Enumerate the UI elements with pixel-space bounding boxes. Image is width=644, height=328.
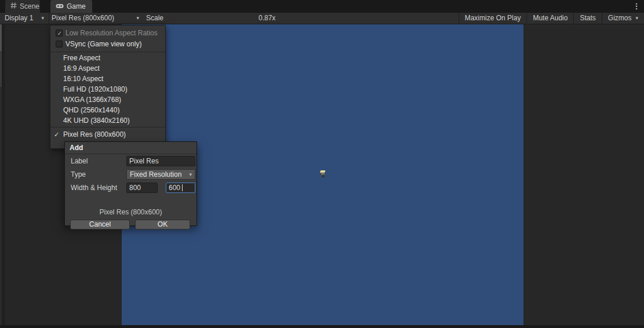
cancel-button[interactable]: Cancel bbox=[70, 220, 130, 229]
toolbar-right-group: Maximize On Play Mute Audio Stats Gizmos… bbox=[459, 13, 644, 24]
menu-item-label: VSync (Game view only) bbox=[66, 39, 141, 49]
maximize-on-play-label: Maximize On Play bbox=[465, 13, 521, 24]
menu-item-label: Full HD (1920x1080) bbox=[63, 84, 128, 94]
menu-item-vsync[interactable]: VSync (Game view only) bbox=[50, 39, 165, 49]
player-sprite bbox=[319, 170, 326, 180]
gizmos-label: Gizmos bbox=[608, 13, 632, 24]
type-select[interactable]: Fixed Resolution ▾ bbox=[126, 169, 195, 180]
type-select-value: Fixed Resolution bbox=[130, 170, 181, 178]
panel-menu-icon[interactable]: ⋮ bbox=[632, 1, 641, 12]
mute-audio-label: Mute Audio bbox=[533, 13, 567, 24]
menu-item-full-hd[interactable]: Full HD (1920x1080) bbox=[50, 84, 165, 94]
stats-button[interactable]: Stats bbox=[573, 13, 601, 24]
chevron-down-icon: ▾ bbox=[189, 170, 192, 179]
chevron-down-icon: ▾ bbox=[41, 13, 44, 24]
scale-label: Scale bbox=[146, 13, 163, 24]
checkmark-icon: ✓ bbox=[54, 129, 59, 140]
menu-separator bbox=[50, 52, 165, 52]
menu-item-label: Free Aspect bbox=[63, 53, 100, 63]
scene-grid-icon bbox=[10, 2, 17, 10]
label-input[interactable] bbox=[126, 156, 195, 166]
resolution-preview: Pixel Res (800x600) bbox=[65, 208, 197, 216]
tab-scene-label: Scene bbox=[20, 2, 39, 10]
display-dropdown[interactable]: Display 1 ▾ bbox=[0, 13, 49, 24]
tab-game[interactable]: Game bbox=[50, 0, 92, 13]
checkbox-checked-icon[interactable]: ✓ bbox=[56, 30, 63, 37]
tab-game-label: Game bbox=[67, 2, 86, 10]
menu-item-free-aspect[interactable]: Free Aspect bbox=[50, 53, 165, 63]
menu-item-qhd[interactable]: QHD (2560x1440) bbox=[50, 105, 165, 115]
tab-bar: Scene Game ⋮ bbox=[0, 0, 644, 13]
menu-item-wxga[interactable]: WXGA (1366x768) bbox=[50, 94, 165, 105]
window-bottom-edge bbox=[0, 325, 644, 328]
gamepad-icon bbox=[56, 2, 64, 10]
add-resolution-dialog: Add Label Type Fixed Resolution ▾ Width … bbox=[64, 141, 197, 226]
menu-item-label: 16:10 Aspect bbox=[63, 74, 103, 84]
size-field-label: Width & Height bbox=[71, 183, 117, 193]
menu-separator bbox=[50, 127, 165, 127]
menu-item-label: QHD (2560x1440) bbox=[63, 105, 119, 115]
menu-item-label: 16:9 Aspect bbox=[63, 63, 100, 74]
aspect-ratio-menu: ✓ Low Resolution Aspect Ratios VSync (Ga… bbox=[50, 25, 166, 149]
text-caret bbox=[182, 184, 183, 191]
scale-value: 0.87x bbox=[259, 13, 275, 24]
maximize-on-play-button[interactable]: Maximize On Play bbox=[459, 13, 527, 24]
chevron-down-icon: ▾ bbox=[136, 13, 139, 24]
ok-button[interactable]: OK bbox=[135, 220, 190, 229]
label-field-label: Label bbox=[71, 156, 88, 166]
right-letterbox bbox=[523, 24, 644, 325]
menu-item-pixel-res[interactable]: ✓ Pixel Res (800x600) bbox=[50, 129, 165, 140]
unity-game-view: Scene Game ⋮ Display 1 ▾ Pixel Res (800x… bbox=[0, 0, 644, 328]
display-dropdown-label: Display 1 bbox=[5, 13, 33, 24]
height-input[interactable] bbox=[166, 183, 195, 193]
checkbox-unchecked-icon[interactable] bbox=[56, 41, 63, 48]
stats-label: Stats bbox=[580, 13, 595, 24]
panel-edge-gutter bbox=[2, 24, 5, 325]
dialog-title: Add bbox=[65, 142, 197, 154]
menu-item-16-10[interactable]: 16:10 Aspect bbox=[50, 74, 165, 84]
menu-item-label: Pixel Res (800x600) bbox=[63, 129, 126, 140]
type-field-label: Type bbox=[71, 169, 86, 180]
menu-item-label: 4K UHD (3840x2160) bbox=[63, 115, 130, 126]
chevron-down-icon: ▾ bbox=[635, 13, 638, 24]
menu-item-16-9[interactable]: 16:9 Aspect bbox=[50, 63, 165, 74]
aspect-ratio-label: Pixel Res (800x600) bbox=[52, 13, 114, 24]
aspect-ratio-dropdown[interactable]: Pixel Res (800x600) ▾ bbox=[49, 13, 143, 24]
game-view-toolbar: Display 1 ▾ Pixel Res (800x600) ▾ Scale … bbox=[0, 13, 644, 24]
menu-item-label: Low Resolution Aspect Ratios bbox=[66, 28, 158, 38]
gizmos-dropdown[interactable]: Gizmos ▾ bbox=[602, 13, 644, 24]
tab-scene[interactable]: Scene bbox=[5, 0, 40, 13]
mute-audio-button[interactable]: Mute Audio bbox=[526, 13, 573, 24]
width-input[interactable] bbox=[126, 183, 158, 193]
menu-item-4k-uhd[interactable]: 4K UHD (3840x2160) bbox=[50, 115, 165, 126]
menu-item-label: WXGA (1366x768) bbox=[63, 94, 121, 105]
menu-item-low-res-aspect[interactable]: ✓ Low Resolution Aspect Ratios bbox=[50, 28, 165, 38]
